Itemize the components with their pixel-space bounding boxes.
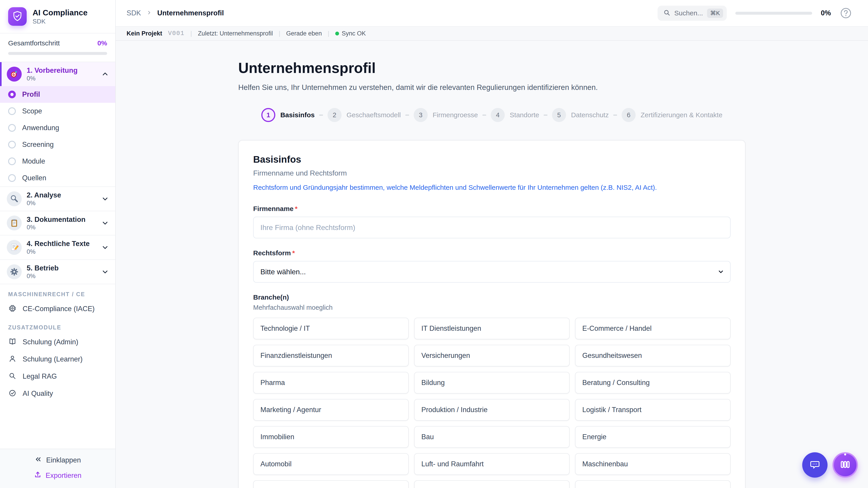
step-number: 1 xyxy=(261,108,275,122)
sidebar-section-vorbereitung[interactable]: 1. Vorbereitung 0% xyxy=(0,62,115,86)
sidebar-item-ce-compliance-iace[interactable]: CE-Compliance (IACE) xyxy=(0,300,115,318)
last-saved-time: Gerade eben xyxy=(286,30,322,37)
prep-items: Profil Scope Anwendung Screening Module … xyxy=(0,86,115,186)
sidebar-section-3-dokumentation[interactable]: 3. Dokumentation 0% xyxy=(0,211,115,235)
industry-button-luft-und-raumfahrt[interactable]: Luft- und Raumfahrt xyxy=(414,453,569,475)
sidebar-section-5-betrieb[interactable]: 5. Betrieb 0% xyxy=(0,259,115,284)
sidebar-item-schulung-learner[interactable]: Schulung (Learner) xyxy=(0,351,115,368)
industry-grid: Technologie / IT IT Dienstleistungen E-C… xyxy=(253,318,731,488)
firmenname-input[interactable] xyxy=(253,217,731,238)
industry-button-finanzdienstleistungen[interactable]: Finanzdienstleistungen xyxy=(253,345,409,366)
industry-button-beratung-consulting[interactable]: Beratung / Consulting xyxy=(575,372,731,394)
chevron-down-icon xyxy=(102,220,108,226)
step-zertifizierungen-kontakte[interactable]: 6 Zertifizierungen & Kontakte xyxy=(622,108,722,122)
step-basisinfos[interactable]: 1 Basisinfos xyxy=(261,108,315,122)
industry-button-technologie-it[interactable]: Technologie / IT xyxy=(253,318,409,339)
industry-button-pharma[interactable]: Pharma xyxy=(253,372,409,394)
industry-button-it-dienstleistungen[interactable]: IT Dienstleistungen xyxy=(414,318,569,339)
upload-icon xyxy=(34,471,41,480)
search-icon xyxy=(663,9,670,17)
clipboard-emoji-icon xyxy=(7,216,22,230)
last-visited: Zuletzt: Unternehmensprofil xyxy=(198,30,273,37)
collapsed-sections: 2. Analyse 0% 3. Dokumentation 0% 4. Rec… xyxy=(0,186,115,284)
industry-button-cutoff[interactable] xyxy=(253,480,409,488)
sidebar-item-screening[interactable]: Screening xyxy=(0,136,115,153)
sidebar-item-scope[interactable]: Scope xyxy=(0,103,115,120)
app-logo xyxy=(8,7,27,26)
industry-button-immobilien[interactable]: Immobilien xyxy=(253,426,409,448)
shield-check-icon xyxy=(11,10,23,23)
gear-emoji-icon xyxy=(7,264,22,279)
extra-group-header: ZUSATZMODULE xyxy=(0,318,115,333)
section-title: 1. Vorbereitung xyxy=(27,66,78,75)
industry-button-energie[interactable]: Energie xyxy=(575,426,731,448)
step-firmengroesse[interactable]: 3 Firmengroesse xyxy=(414,108,478,122)
chevron-right-icon xyxy=(147,9,152,17)
industry-button-automobil[interactable]: Automobil xyxy=(253,453,409,475)
collapse-label: Einklappen xyxy=(46,456,81,464)
step-datenschutz[interactable]: 5 Datenschutz xyxy=(552,108,609,122)
branche-label: Branche(n) xyxy=(253,293,731,301)
step-separator xyxy=(319,115,323,116)
industry-button-produktion-industrie[interactable]: Produktion / Industrie xyxy=(414,399,569,421)
step-separator xyxy=(405,115,409,116)
overall-progress-label: Gesamtfortschritt xyxy=(8,39,60,47)
machine-group-header: MASCHINENRECHT / CE xyxy=(0,284,115,300)
step-standorte[interactable]: 4 Standorte xyxy=(491,108,539,122)
search-button[interactable]: Suchen... ⌘K xyxy=(657,6,727,21)
rechtsform-selected-value: Bitte wählen... xyxy=(260,268,306,276)
industry-button-e-commerce-handel[interactable]: E-Commerce / Handel xyxy=(575,318,731,339)
step-number: 2 xyxy=(328,108,342,122)
version-badge: V001 xyxy=(168,30,185,37)
export-label: Exportieren xyxy=(46,471,82,480)
floating-buttons xyxy=(802,452,858,478)
sidebar-item-legal-rag[interactable]: Legal RAG xyxy=(0,368,115,385)
app-title-block: AI Compliance SDK xyxy=(33,8,88,25)
industry-button-logistik-transport[interactable]: Logistik / Transport xyxy=(575,399,731,421)
industry-button-gesundheitswesen[interactable]: Gesundheitswesen xyxy=(575,345,731,366)
sidebar-item-module[interactable]: Module xyxy=(0,153,115,170)
search-icon xyxy=(8,372,17,381)
sync-ok-dot-icon xyxy=(335,32,339,35)
industry-button-versicherungen[interactable]: Versicherungen xyxy=(414,345,569,366)
step-geschaeftsmodell[interactable]: 2 Geschaeftsmodell xyxy=(328,108,401,122)
radio-unchecked-icon xyxy=(8,141,16,149)
step-number: 6 xyxy=(622,108,636,122)
chevron-down-icon xyxy=(102,268,108,275)
branche-hint: Mehrfachauswahl moeglich xyxy=(253,304,731,311)
industry-button-cutoff[interactable] xyxy=(575,480,731,488)
overall-progress: Gesamtfortschritt 0% xyxy=(0,33,115,62)
user-icon xyxy=(8,355,17,364)
firmenname-field: Firmenname* xyxy=(253,205,731,238)
industry-button-marketing-agentur[interactable]: Marketing / Agentur xyxy=(253,399,409,421)
industry-button-bildung[interactable]: Bildung xyxy=(414,372,569,394)
memo-emoji-icon xyxy=(7,240,22,255)
industry-button-maschinenbau[interactable]: Maschinenbau xyxy=(575,453,731,475)
rechtsform-select[interactable]: Bitte wählen... xyxy=(253,261,731,283)
sidebar-item-ai-quality[interactable]: AI Quality xyxy=(0,385,115,402)
chat-fab[interactable] xyxy=(802,452,828,478)
radio-unchecked-icon xyxy=(8,107,16,115)
step-separator xyxy=(613,115,617,116)
sidebar-item-quellen[interactable]: Quellen xyxy=(0,170,115,186)
breadcrumb: SDK Unternehmensprofil xyxy=(127,9,224,17)
sidebar-item-profil[interactable]: Profil xyxy=(0,86,115,103)
industry-button-bau[interactable]: Bau xyxy=(414,426,569,448)
help-button[interactable] xyxy=(839,7,852,20)
page-progress-value: 0% xyxy=(821,9,831,17)
target-emoji-icon xyxy=(7,67,22,82)
industry-button-cutoff[interactable] xyxy=(414,480,569,488)
content-scroll-area[interactable]: Unternehmensprofil Helfen Sie uns, Ihr U… xyxy=(116,41,868,488)
collapse-sidebar-button[interactable]: Einklappen xyxy=(34,455,81,465)
columns-fab[interactable] xyxy=(833,452,858,478)
wizard-stepper: 1 Basisinfos 2 Geschaeftsmodell 3 Firmen… xyxy=(238,108,745,122)
export-button[interactable]: Exportieren xyxy=(34,471,82,480)
sidebar-section-4-rechtliche-texte[interactable]: 4. Rechtliche Texte 0% xyxy=(0,235,115,259)
chevron-up-icon xyxy=(102,71,108,77)
breadcrumb-root[interactable]: SDK xyxy=(127,9,141,17)
sidebar-item-anwendung[interactable]: Anwendung xyxy=(0,120,115,136)
sidebar-section-2-analyse[interactable]: 2. Analyse 0% xyxy=(0,186,115,211)
search-placeholder-text: Suchen... xyxy=(674,9,703,17)
sidebar-item-schulung-admin[interactable]: Schulung (Admin) xyxy=(0,333,115,351)
chevron-down-icon xyxy=(102,195,108,202)
